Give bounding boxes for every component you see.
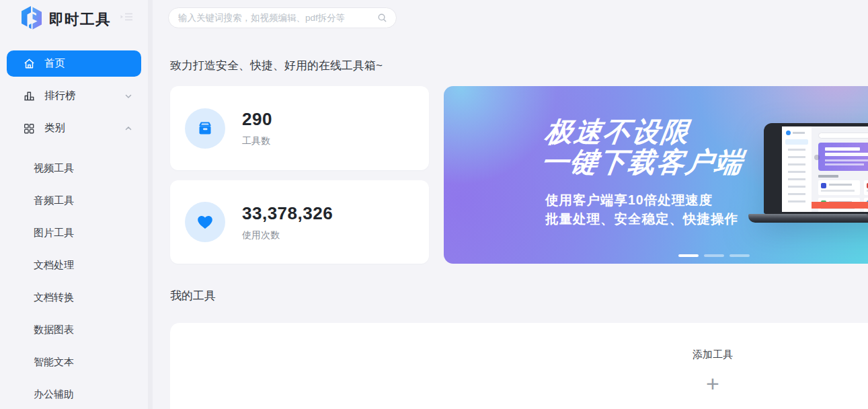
sidebar: 即时工具 首页 <box>0 0 148 409</box>
search-bar <box>168 7 397 28</box>
banner-subtitle-line1: 使用客户端享10倍处理速度 <box>545 190 738 209</box>
sidebar-item-label: 类别 <box>44 121 65 135</box>
banner-subtitle: 使用客户端享10倍处理速度 批量处理、安全稳定、快捷操作 <box>545 190 738 228</box>
sidebar-item-label: 首页 <box>44 57 65 71</box>
sidebar-category-item[interactable]: 智能文本 <box>0 346 148 378</box>
heart-icon <box>185 202 225 242</box>
sidebar-collapse-icon[interactable] <box>120 11 133 25</box>
sidebar-category-item[interactable]: 办公辅助 <box>0 378 148 409</box>
banner-headline-line1: 极速不设限 <box>543 117 750 147</box>
add-tool-label: 添加工具 <box>693 348 733 361</box>
toolbox-icon <box>185 108 225 149</box>
carousel-dot[interactable] <box>704 254 724 257</box>
laptop-screen <box>764 123 868 214</box>
sidebar-divider <box>148 0 153 409</box>
sidebar-item-label: 排行榜 <box>44 89 76 103</box>
banner-headline: 极速不设限 一键下载客户端 <box>539 117 750 178</box>
promo-banner[interactable]: 极速不设限 一键下载客户端 使用客户端享10倍处理速度 批量处理、安全稳定、快捷… <box>444 86 868 264</box>
laptop-base <box>748 214 868 223</box>
logo[interactable]: 即时工具 <box>19 5 111 33</box>
logo-icon <box>19 5 44 32</box>
laptop-mockup <box>748 123 868 224</box>
sidebar-category-item[interactable]: 音频工具 <box>0 184 148 217</box>
laptop-screen-content <box>782 126 868 212</box>
app-window: 即时工具 首页 <box>0 0 868 409</box>
stat-card-tools: 290 工具数 <box>170 86 429 170</box>
sidebar-category-item[interactable]: 图片工具 <box>0 217 148 249</box>
stat-label-usage: 使用次数 <box>242 229 333 241</box>
banner-headline-line2: 一键下载客户端 <box>539 147 746 178</box>
sidebar-category-item[interactable]: 文档转换 <box>0 281 148 313</box>
my-tools-card: 添加工具 + <box>170 323 868 409</box>
search-input[interactable] <box>169 13 377 23</box>
page-tagline: 致力打造安全、快捷、好用的在线工具箱~ <box>170 58 383 73</box>
stat-label-tools: 工具数 <box>242 135 272 147</box>
sidebar-category-item[interactable]: 视频工具 <box>0 152 148 184</box>
banner-subtitle-line2: 批量处理、安全稳定、快捷操作 <box>545 209 738 228</box>
my-tools-title: 我的工具 <box>170 288 216 303</box>
stat-card-usage: 33,378,326 使用次数 <box>170 180 429 264</box>
stat-value-tools: 290 <box>242 109 272 130</box>
sidebar-item-category[interactable]: 类别 <box>7 115 141 141</box>
chevron-up-icon <box>124 124 132 133</box>
sidebar-item-home[interactable]: 首页 <box>7 50 141 77</box>
stat-value-usage: 33,378,326 <box>242 203 333 224</box>
logo-text: 即时工具 <box>49 9 111 29</box>
sidebar-category-item[interactable]: 文档处理 <box>0 249 148 281</box>
carousel-dot[interactable] <box>678 254 699 257</box>
search-icon[interactable] <box>377 13 387 23</box>
carousel-dot[interactable] <box>729 254 750 257</box>
add-tool-button[interactable]: 添加工具 + <box>693 348 733 394</box>
plus-icon[interactable]: + <box>693 373 733 394</box>
carousel-dots <box>678 254 750 257</box>
home-icon <box>22 57 36 71</box>
ranking-icon <box>22 89 36 103</box>
category-icon <box>22 122 36 135</box>
chevron-down-icon <box>124 92 132 100</box>
sidebar-item-ranking[interactable]: 排行榜 <box>7 83 141 109</box>
sidebar-category-list: 视频工具音频工具图片工具文档处理文档转换数据图表智能文本办公辅助 <box>0 152 148 409</box>
sidebar-category-item[interactable]: 数据图表 <box>0 313 148 346</box>
